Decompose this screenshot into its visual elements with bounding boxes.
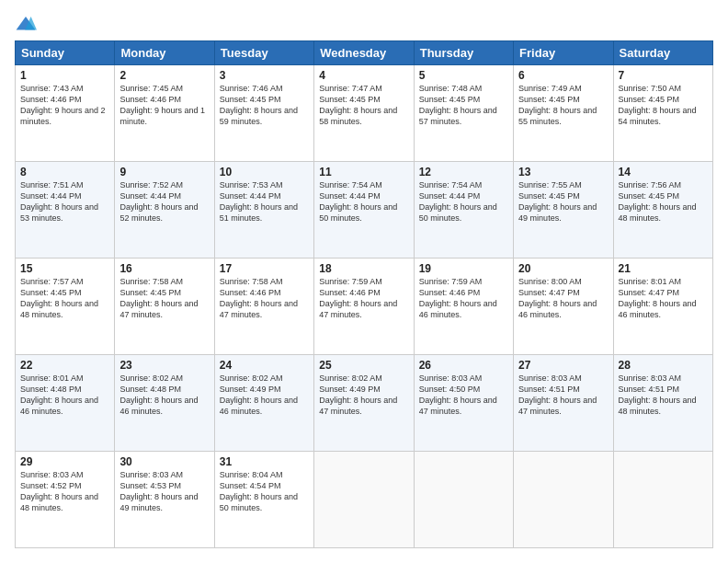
day-number: 23 — [119, 359, 209, 372]
calendar-cell: 3 Sunrise: 7:46 AMSunset: 4:45 PMDayligh… — [214, 65, 313, 162]
day-detail: Sunrise: 8:03 AMSunset: 4:53 PMDaylight:… — [119, 470, 198, 512]
calendar-cell — [314, 452, 414, 548]
calendar-cell: 5 Sunrise: 7:48 AMSunset: 4:45 PMDayligh… — [414, 65, 513, 162]
weekday-header-monday: Monday — [115, 41, 214, 65]
calendar-cell: 28 Sunrise: 8:03 AMSunset: 4:51 PMDaylig… — [613, 355, 712, 452]
day-number: 18 — [319, 262, 408, 275]
calendar-cell: 6 Sunrise: 7:49 AMSunset: 4:45 PMDayligh… — [514, 65, 613, 162]
calendar-cell: 25 Sunrise: 8:02 AMSunset: 4:49 PMDaylig… — [314, 355, 414, 452]
day-detail: Sunrise: 7:48 AMSunset: 4:45 PMDaylight:… — [419, 84, 497, 126]
day-number: 24 — [220, 359, 309, 372]
calendar-cell — [613, 452, 712, 548]
day-number: 7 — [619, 69, 708, 82]
calendar-cell: 14 Sunrise: 7:56 AMSunset: 4:45 PMDaylig… — [613, 162, 712, 259]
day-detail: Sunrise: 7:50 AMSunset: 4:45 PMDaylight:… — [619, 84, 697, 126]
day-number: 29 — [20, 455, 109, 468]
day-detail: Sunrise: 7:47 AMSunset: 4:45 PMDaylight:… — [319, 84, 397, 126]
weekday-header-wednesday: Wednesday — [314, 41, 414, 65]
day-detail: Sunrise: 8:02 AMSunset: 4:48 PMDaylight:… — [119, 373, 198, 416]
calendar-week-row: 15 Sunrise: 7:57 AMSunset: 4:45 PMDaylig… — [16, 259, 713, 355]
day-detail: Sunrise: 8:01 AMSunset: 4:48 PMDaylight:… — [20, 373, 98, 416]
day-number: 5 — [419, 69, 508, 82]
day-number: 20 — [518, 262, 608, 275]
day-number: 14 — [619, 166, 708, 178]
day-detail: Sunrise: 7:58 AMSunset: 4:46 PMDaylight:… — [220, 277, 298, 319]
day-number: 8 — [20, 166, 109, 178]
calendar-cell: 23 Sunrise: 8:02 AMSunset: 4:48 PMDaylig… — [115, 355, 214, 452]
calendar-cell — [514, 452, 613, 548]
calendar-cell: 29 Sunrise: 8:03 AMSunset: 4:52 PMDaylig… — [16, 452, 115, 548]
day-detail: Sunrise: 7:43 AMSunset: 4:46 PMDaylight:… — [20, 84, 106, 126]
calendar-cell: 18 Sunrise: 7:59 AMSunset: 4:46 PMDaylig… — [314, 259, 414, 355]
weekday-header-sunday: Sunday — [16, 41, 115, 65]
calendar-cell: 9 Sunrise: 7:52 AMSunset: 4:44 PMDayligh… — [115, 162, 214, 259]
calendar-cell: 8 Sunrise: 7:51 AMSunset: 4:44 PMDayligh… — [16, 162, 115, 259]
day-number: 3 — [220, 69, 309, 82]
day-number: 19 — [419, 262, 508, 275]
day-detail: Sunrise: 7:59 AMSunset: 4:46 PMDaylight:… — [319, 277, 397, 319]
calendar-cell: 11 Sunrise: 7:54 AMSunset: 4:44 PMDaylig… — [314, 162, 414, 259]
day-detail: Sunrise: 8:03 AMSunset: 4:51 PMDaylight:… — [518, 373, 597, 416]
day-number: 15 — [20, 262, 109, 275]
day-detail: Sunrise: 7:54 AMSunset: 4:44 PMDaylight:… — [419, 180, 497, 223]
day-detail: Sunrise: 7:49 AMSunset: 4:45 PMDaylight:… — [518, 84, 597, 126]
calendar-week-row: 22 Sunrise: 8:01 AMSunset: 4:48 PMDaylig… — [16, 355, 713, 452]
day-detail: Sunrise: 7:53 AMSunset: 4:44 PMDaylight:… — [220, 180, 298, 223]
calendar-week-row: 1 Sunrise: 7:43 AMSunset: 4:46 PMDayligh… — [16, 65, 713, 162]
calendar-cell: 2 Sunrise: 7:45 AMSunset: 4:46 PMDayligh… — [115, 65, 214, 162]
calendar-cell: 15 Sunrise: 7:57 AMSunset: 4:45 PMDaylig… — [16, 259, 115, 355]
weekday-header-thursday: Thursday — [414, 41, 513, 65]
calendar-cell: 31 Sunrise: 8:04 AMSunset: 4:54 PMDaylig… — [214, 452, 313, 548]
calendar-cell — [414, 452, 513, 548]
calendar-cell: 16 Sunrise: 7:58 AMSunset: 4:45 PMDaylig… — [115, 259, 214, 355]
calendar-cell: 22 Sunrise: 8:01 AMSunset: 4:48 PMDaylig… — [16, 355, 115, 452]
calendar-cell: 19 Sunrise: 7:59 AMSunset: 4:46 PMDaylig… — [414, 259, 513, 355]
logo-icon — [15, 15, 37, 33]
page: SundayMondayTuesdayWednesdayThursdayFrid… — [0, 0, 728, 563]
day-number: 9 — [119, 166, 209, 178]
day-detail: Sunrise: 7:46 AMSunset: 4:45 PMDaylight:… — [220, 84, 298, 126]
calendar-table: SundayMondayTuesdayWednesdayThursdayFrid… — [15, 40, 713, 548]
day-number: 6 — [518, 69, 608, 82]
day-number: 17 — [220, 262, 309, 275]
calendar-cell: 27 Sunrise: 8:03 AMSunset: 4:51 PMDaylig… — [514, 355, 613, 452]
day-detail: Sunrise: 7:59 AMSunset: 4:46 PMDaylight:… — [419, 277, 497, 319]
calendar-cell: 13 Sunrise: 7:55 AMSunset: 4:45 PMDaylig… — [514, 162, 613, 259]
day-detail: Sunrise: 7:55 AMSunset: 4:45 PMDaylight:… — [518, 180, 597, 223]
day-number: 28 — [619, 359, 708, 372]
calendar-week-row: 8 Sunrise: 7:51 AMSunset: 4:44 PMDayligh… — [16, 162, 713, 259]
calendar-cell: 24 Sunrise: 8:02 AMSunset: 4:49 PMDaylig… — [214, 355, 313, 452]
calendar-cell: 4 Sunrise: 7:47 AMSunset: 4:45 PMDayligh… — [314, 65, 414, 162]
weekday-header-row: SundayMondayTuesdayWednesdayThursdayFrid… — [16, 41, 713, 65]
day-number: 22 — [20, 359, 109, 372]
day-detail: Sunrise: 8:00 AMSunset: 4:47 PMDaylight:… — [518, 277, 597, 319]
day-number: 4 — [319, 69, 408, 82]
day-number: 25 — [319, 359, 408, 372]
weekday-header-saturday: Saturday — [613, 41, 712, 65]
weekday-header-friday: Friday — [514, 41, 613, 65]
calendar-cell: 21 Sunrise: 8:01 AMSunset: 4:47 PMDaylig… — [613, 259, 712, 355]
day-number: 31 — [220, 455, 309, 468]
calendar-cell: 26 Sunrise: 8:03 AMSunset: 4:50 PMDaylig… — [414, 355, 513, 452]
day-number: 13 — [518, 166, 608, 178]
calendar-cell: 30 Sunrise: 8:03 AMSunset: 4:53 PMDaylig… — [115, 452, 214, 548]
day-detail: Sunrise: 8:03 AMSunset: 4:51 PMDaylight:… — [619, 373, 697, 416]
day-number: 1 — [20, 69, 109, 82]
day-detail: Sunrise: 8:03 AMSunset: 4:50 PMDaylight:… — [419, 373, 497, 416]
calendar-week-row: 29 Sunrise: 8:03 AMSunset: 4:52 PMDaylig… — [16, 452, 713, 548]
header-row — [15, 15, 713, 33]
day-number: 11 — [319, 166, 408, 178]
day-number: 30 — [119, 455, 209, 468]
calendar-cell: 1 Sunrise: 7:43 AMSunset: 4:46 PMDayligh… — [16, 65, 115, 162]
day-detail: Sunrise: 8:03 AMSunset: 4:52 PMDaylight:… — [20, 470, 98, 512]
day-detail: Sunrise: 7:57 AMSunset: 4:45 PMDaylight:… — [20, 277, 98, 319]
day-number: 26 — [419, 359, 508, 372]
day-number: 2 — [119, 69, 209, 82]
calendar-cell: 10 Sunrise: 7:53 AMSunset: 4:44 PMDaylig… — [214, 162, 313, 259]
day-detail: Sunrise: 7:45 AMSunset: 4:46 PMDaylight:… — [119, 84, 205, 126]
day-number: 27 — [518, 359, 608, 372]
logo — [15, 15, 40, 33]
day-number: 16 — [119, 262, 209, 275]
day-detail: Sunrise: 8:01 AMSunset: 4:47 PMDaylight:… — [619, 277, 697, 319]
day-detail: Sunrise: 8:04 AMSunset: 4:54 PMDaylight:… — [220, 470, 298, 512]
